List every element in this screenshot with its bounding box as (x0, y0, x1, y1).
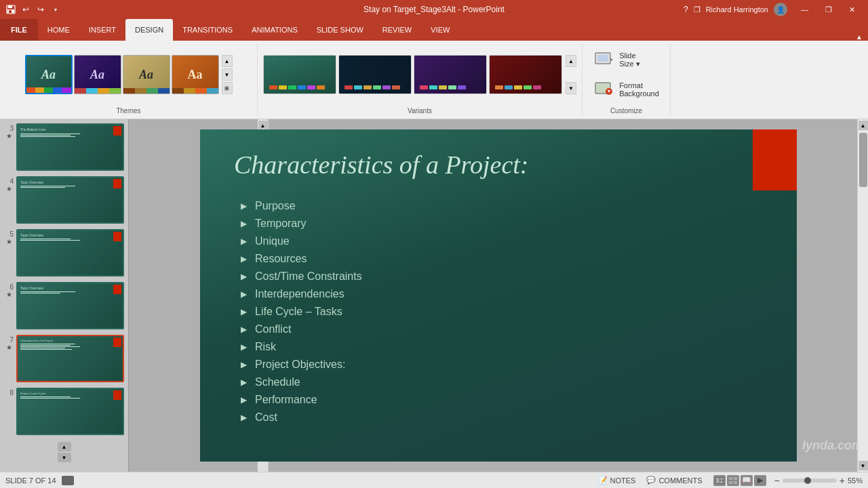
main-slide[interactable]: Characteristics of a Project: ▶ Purpose … (200, 129, 797, 462)
bullet-temporary: ▶ Temporary (241, 218, 770, 230)
bullet-text-unique: Unique (255, 235, 290, 247)
content-area: ▲ Characteristics of a Project: ▶ Purpos… (129, 119, 868, 472)
user-name[interactable]: Richard Harrington (706, 5, 768, 14)
notes-icon: 📝 (598, 476, 608, 485)
zoom-in-btn[interactable]: + (840, 475, 845, 486)
bullet-arrow-7: ▶ (241, 307, 247, 317)
variants-scroll-down[interactable]: ▼ (566, 82, 576, 94)
qat-dropdown[interactable]: ▾ (49, 3, 62, 16)
zoom-level: 55% (848, 476, 863, 485)
theme-4[interactable]: Aa (172, 55, 219, 94)
tab-review[interactable]: REVIEW (373, 19, 421, 41)
slide-thumb-5[interactable]: Topic Overview (16, 229, 124, 277)
svg-rect-16 (734, 481, 737, 484)
panel-scroll-down[interactable]: ▼ (58, 453, 71, 462)
svg-rect-14 (734, 477, 737, 480)
themes-scroll-up[interactable]: ▲ (222, 55, 233, 67)
slide-size-button[interactable]: Slide Size ▾ (588, 46, 645, 73)
slide-num-4: 4 (4, 176, 14, 185)
variant-1[interactable] (263, 55, 336, 94)
slide-panel: 3 ★ The Bottom Line: 4 ★ (0, 119, 129, 472)
main-area: 3 ★ The Bottom Line: 4 ★ (0, 119, 868, 472)
redo-button[interactable]: ↪ (34, 3, 47, 16)
customize-label: Customize (610, 106, 642, 116)
notes-button[interactable]: 📝 NOTES (595, 475, 639, 485)
slide-thumb-4[interactable]: Topic Overview (16, 176, 124, 224)
slide-thumb-7[interactable]: Characteristics of a Project: (16, 335, 124, 382)
tab-insert[interactable]: INSERT (79, 19, 125, 41)
maximize-button[interactable]: ❐ (816, 2, 840, 17)
bullet-text-cost-time: Cost/Time Constraints (255, 270, 362, 283)
slide-item-3[interactable]: 3 ★ The Bottom Line: (3, 122, 125, 172)
bullet-resources: ▶ Resources (241, 253, 770, 265)
reading-view-btn[interactable]: 📖 (741, 475, 753, 486)
tab-slideshow[interactable]: SLIDE SHOW (307, 19, 373, 41)
variant-2[interactable] (338, 55, 412, 94)
save-button[interactable] (4, 3, 18, 16)
zoom-out-btn[interactable]: − (774, 475, 780, 486)
right-scroll-down[interactable]: ▼ (859, 461, 868, 470)
minimize-button[interactable]: — (793, 2, 816, 17)
scroll-up-btn[interactable]: ▲ (258, 121, 268, 130)
variant-3[interactable] (414, 55, 487, 94)
slide-item-4[interactable]: 4 ★ Topic Overview (3, 175, 125, 225)
theme-3[interactable]: Aa (123, 55, 170, 94)
slide-item-8[interactable]: 8 ★ Project Control Cycle (3, 386, 125, 436)
right-scroll-thumb[interactable] (859, 133, 867, 187)
tab-transitions[interactable]: TRANSITIONS (173, 19, 242, 41)
svg-marker-6 (610, 58, 613, 62)
help-icon[interactable]: ? (684, 5, 688, 14)
restore-icon[interactable]: ❐ (694, 5, 701, 14)
bullet-text-schedule: Schedule (255, 376, 300, 388)
themes-scroll-more[interactable]: ⊞ (222, 82, 233, 94)
slide-thumb-6[interactable]: Topic Overview (16, 282, 124, 329)
bullet-text-interdep: Interdependencies (255, 288, 344, 300)
zoom-area: − + 55% (774, 475, 863, 486)
tab-design[interactable]: DESIGN (125, 19, 173, 41)
slide-star-4: ★ (6, 185, 12, 192)
comments-button[interactable]: 💬 COMMENTS (644, 475, 705, 485)
bullet-arrow-10: ▶ (241, 360, 247, 369)
tab-animations[interactable]: ANIMATIONS (242, 19, 307, 41)
slide-thumb-8[interactable]: Project Control Cycle (16, 388, 124, 435)
slide-item-7[interactable]: 7 ★ Characteristics of a Project: (3, 333, 125, 384)
slide-item-5[interactable]: 5 ★ Topic Overview (3, 228, 125, 278)
normal-view-btn[interactable] (713, 475, 726, 486)
bullet-arrow-6: ▶ (241, 289, 247, 299)
slide-sorter-btn[interactable] (727, 475, 739, 486)
bullet-text-purpose: Purpose (255, 200, 296, 212)
slide-thumb-3[interactable]: The Bottom Line: (16, 123, 124, 171)
svg-rect-15 (729, 481, 732, 484)
variant-4[interactable] (489, 55, 562, 94)
bullet-arrow-11: ▶ (241, 378, 247, 387)
tab-view[interactable]: VIEW (421, 19, 459, 41)
tab-home[interactable]: HOME (38, 19, 79, 41)
theme-1[interactable]: Aa (25, 55, 73, 94)
bullet-text-lifecycle: Life Cycle – Tasks (255, 306, 342, 318)
bullet-objectives: ▶ Project Objectives: (241, 359, 770, 371)
window-controls: — ❐ ✕ (793, 2, 864, 17)
collapse-ribbon-button[interactable]: ▲ (856, 33, 863, 41)
zoom-slider[interactable] (783, 479, 837, 483)
slide-notes-toggle[interactable] (62, 476, 74, 485)
slideshow-btn[interactable]: ▶ (754, 475, 766, 486)
svg-rect-11 (720, 478, 723, 480)
format-background-button[interactable]: Format Background (588, 76, 665, 103)
slide-item-6[interactable]: 6 ★ Topic Overview (3, 281, 125, 331)
themes-label: Themes (116, 106, 140, 116)
undo-button[interactable]: ↩ (19, 3, 33, 16)
bullet-arrow-5: ▶ (241, 272, 247, 281)
svg-rect-10 (716, 478, 719, 483)
themes-scroll-down[interactable]: ▼ (222, 68, 233, 81)
slide-info: SLIDE 7 OF 14 (5, 476, 56, 485)
variants-scroll-up[interactable]: ▲ (566, 55, 576, 67)
close-button[interactable]: ✕ (840, 2, 864, 17)
window-title: Stay on Target_Stage3Alt - PowerPoint (363, 5, 505, 14)
right-scroll-up[interactable]: ▲ (859, 121, 868, 130)
panel-scroll-up[interactable]: ▲ (58, 442, 71, 451)
tab-file[interactable]: FILE (0, 19, 38, 41)
svg-rect-3 (9, 10, 12, 13)
theme-2[interactable]: Aa (74, 55, 121, 94)
slide-num-8: 8 (4, 388, 14, 396)
bullet-text-conflict: Conflict (255, 323, 291, 336)
